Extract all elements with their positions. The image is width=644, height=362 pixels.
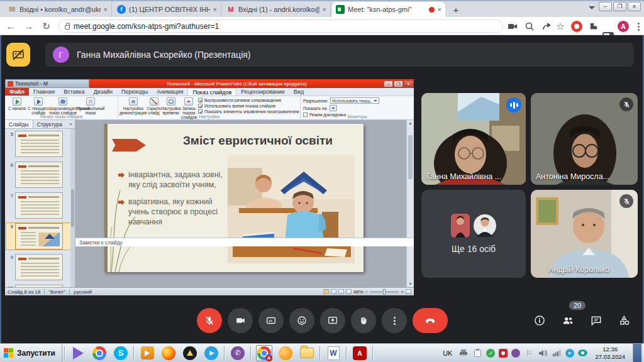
tab-search-chevron-icon[interactable] — [589, 6, 595, 9]
tile-andrii[interactable]: Андрій Королько — [531, 190, 638, 278]
scroll-thumb[interactable] — [408, 135, 413, 179]
tab-close-icon[interactable]: × — [213, 6, 217, 13]
ribbon-tab-design[interactable]: Дизайн — [89, 88, 117, 96]
zoom-icon[interactable] — [524, 21, 535, 32]
window-close-button[interactable]: × — [628, 2, 641, 11]
meeting-details-button[interactable] — [532, 313, 547, 328]
tab-close-icon[interactable]: × — [438, 6, 441, 13]
check-show-media-controls[interactable]: Показать элементы управления проигрывате… — [198, 109, 299, 114]
viber-icon[interactable]: ✆ — [230, 345, 246, 361]
chrome-active-window-icon[interactable]: A — [256, 345, 272, 361]
new-tab-button[interactable]: + — [449, 3, 463, 16]
custom-slideshow-button[interactable]: Произвольный показ — [77, 97, 104, 115]
red-badge-tray-icon[interactable] — [499, 349, 508, 358]
ribbon-tab-file[interactable]: Файл — [5, 88, 29, 96]
ribbon-tab-home[interactable]: Главная — [29, 88, 59, 96]
from-current-slide-button[interactable]: С текущего слайда — [28, 97, 49, 115]
telegram-tray-icon[interactable] — [565, 349, 574, 358]
leave-call-button[interactable] — [413, 308, 448, 333]
ppt-maximize-button[interactable]: ❐ — [394, 80, 403, 87]
chrome-icon[interactable] — [91, 345, 108, 361]
show-on-dropdown[interactable] — [330, 105, 337, 111]
start-button[interactable]: Запустити — [0, 344, 62, 362]
tab-gmail[interactable]: M Вхідні (1) - andrii.korolko@pnu... × — [223, 2, 331, 17]
yellow-overlay-button[interactable] — [6, 43, 30, 67]
present-screen-button[interactable] — [320, 308, 345, 333]
slideshow-view-icon[interactable] — [346, 289, 352, 294]
panel-scrollbar[interactable] — [70, 129, 75, 287]
normal-view-icon[interactable] — [323, 289, 329, 294]
camera-button[interactable] — [228, 308, 253, 333]
from-beginning-button[interactable]: С начала — [6, 97, 28, 111]
slide-scrollbar[interactable]: ▲ ▼ — [406, 120, 414, 287]
address-bar[interactable]: meet.google.com/ksn-atps-gmi?authuser=1 — [58, 19, 503, 33]
ribbon-tab-review[interactable]: Рецензирование — [236, 88, 289, 96]
browser-menu-icon[interactable] — [633, 21, 644, 32]
rehearse-timings-button[interactable]: Настройка времени — [161, 97, 181, 115]
broadcast-slideshow-button[interactable]: Широковещательный показ слайдов — [49, 97, 77, 115]
window-minimize-button[interactable]: – — [599, 2, 612, 11]
aimp-icon[interactable] — [182, 345, 198, 361]
ribbon-tab-animation[interactable]: Анимация — [152, 88, 187, 96]
potplayer-icon[interactable] — [139, 345, 155, 361]
activities-button[interactable] — [617, 313, 632, 328]
skype-icon[interactable]: S — [113, 345, 129, 361]
camera-in-use-icon[interactable] — [507, 21, 518, 32]
panel-tab-slides[interactable]: Слайды — [5, 120, 33, 128]
ppt-close-button[interactable]: × — [404, 80, 413, 87]
tile-more-participants[interactable]: Ще 16 осіб — [421, 190, 526, 278]
reload-icon[interactable]: ↻ — [40, 20, 52, 32]
check-play-narrations[interactable]: Воспроизвести речевое сопровождение — [198, 98, 299, 102]
reactions-button[interactable] — [289, 308, 314, 333]
panel-tab-outline[interactable]: Структура — [33, 120, 66, 128]
thumbnail-slide-9[interactable]: 9 — [6, 254, 70, 280]
profile-avatar[interactable]: A — [618, 21, 629, 32]
volume-tray-icon[interactable] — [538, 348, 548, 358]
acrobat-icon[interactable]: A — [352, 345, 368, 361]
zoom-out-icon[interactable]: − — [365, 289, 369, 295]
tab-meet-active[interactable]: Meet: "ksn-atps-gmi" × — [332, 2, 445, 17]
share-icon[interactable] — [541, 21, 552, 32]
thumbnail-slide-5[interactable]: 5 — [6, 131, 70, 157]
thumbnail-slide-7[interactable]: 7 — [6, 192, 70, 219]
scroll-down-icon[interactable]: ▼ — [407, 281, 414, 287]
window-restore-button[interactable]: ❐ — [613, 2, 626, 11]
zoom-in-icon[interactable]: + — [401, 289, 404, 295]
back-icon[interactable]: ← — [5, 20, 17, 32]
firefox-icon[interactable] — [160, 345, 177, 361]
bookmark-star-icon[interactable]: ☆ — [556, 21, 567, 32]
setup-slideshow-button[interactable]: Настройка демонстрации — [119, 97, 147, 115]
tab-facebook[interactable]: f (1) ЦЕНТР ОСВІТНІХ ІННОВАЦІ... × — [113, 2, 221, 17]
tab-close-icon[interactable]: × — [104, 6, 108, 13]
chat-button[interactable] — [589, 313, 604, 328]
taskbar-clock[interactable]: 12:36 27.03.2024 — [591, 346, 629, 360]
panel-close-icon[interactable]: × — [67, 120, 75, 128]
ribbon-tab-view[interactable]: Вид — [289, 88, 308, 96]
fit-to-window-icon[interactable] — [406, 289, 411, 294]
network-tray-icon[interactable] — [552, 348, 562, 358]
ppt-minimize-button[interactable]: – — [384, 80, 393, 87]
tile-antonina[interactable]: Антоніна Миросла... — [531, 93, 638, 185]
clipboard-tray-icon[interactable] — [472, 348, 482, 358]
telegram-icon[interactable] — [203, 345, 219, 361]
ribbon-tab-slideshow-active[interactable]: Показ слайдов — [187, 88, 236, 96]
scroll-up-icon[interactable]: ▲ — [407, 120, 414, 126]
sorter-view-icon[interactable] — [331, 289, 336, 294]
hide-slide-button[interactable]: Скрыть слайд — [147, 97, 161, 115]
thumbnail-slide-8-selected[interactable]: 8 — [6, 223, 70, 250]
tab-ukrnet-mail[interactable]: ✉ Вхідні • korolko_andr@ukr.net × — [4, 2, 112, 17]
kmplayer-icon[interactable] — [70, 345, 86, 361]
show-desktop-button[interactable] — [633, 344, 641, 362]
file-manager-icon[interactable] — [299, 345, 315, 361]
resolution-dropdown[interactable]: Использовать текущ... — [330, 97, 379, 104]
participants-button[interactable] — [560, 313, 575, 328]
ribbon-tab-insert[interactable]: Вставка — [59, 88, 89, 96]
mic-muted-button[interactable] — [197, 308, 222, 333]
tab-close-icon[interactable]: × — [323, 6, 326, 13]
thumbnail-slide-6[interactable]: 6 — [6, 162, 70, 188]
adblock-extension-icon[interactable] — [571, 21, 582, 32]
viber-tray-icon[interactable] — [511, 349, 520, 358]
reading-view-icon[interactable] — [338, 289, 344, 294]
more-options-button[interactable] — [382, 308, 407, 333]
word-icon[interactable]: W — [325, 345, 341, 361]
